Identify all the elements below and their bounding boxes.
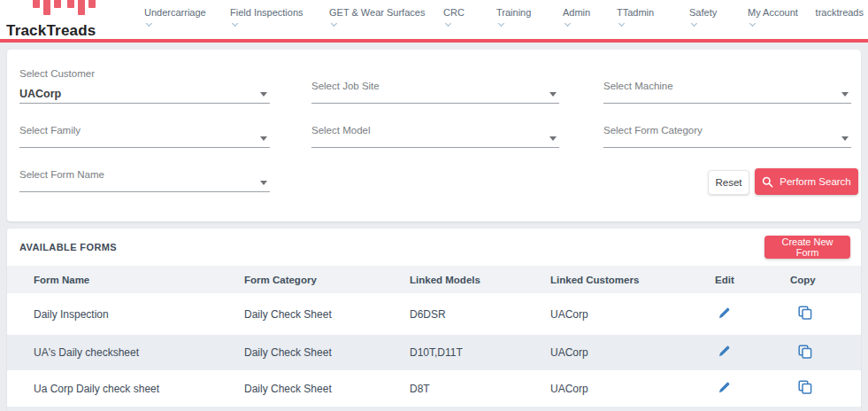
pencil-icon [718, 381, 731, 394]
dropdown-arrow-icon [841, 136, 849, 141]
copy-icon [798, 345, 812, 359]
perform-search-button[interactable]: Perform Search [755, 168, 858, 195]
select-customer-dropdown[interactable]: Select Customer UACorp [19, 69, 270, 104]
available-forms-card: AVAILABLE FORMS Create New Form Form Nam… [7, 229, 861, 411]
edit-button[interactable] [718, 306, 731, 320]
chevron-down-icon [232, 20, 238, 27]
nav-item-get-wear-surfaces[interactable]: GET & Wear Surfaces [329, 7, 425, 26]
field-value: UACorp [19, 88, 61, 100]
nav-item-ttadmin[interactable]: TTadmin [617, 7, 654, 26]
nav-item-crc[interactable]: CRC [443, 7, 465, 26]
column-header-linked-customers: Linked Customers [550, 275, 715, 285]
edit-button[interactable] [718, 345, 731, 358]
cell-linked-models: D10T,D11T [410, 346, 550, 359]
table-row-partial [7, 407, 861, 411]
cell-linked-models: D8T [410, 383, 550, 395]
chevron-down-icon [498, 20, 504, 27]
chevron-down-icon [331, 20, 337, 27]
cell-form-category: Daily Check Sheet [244, 346, 410, 359]
select-machine-dropdown[interactable]: Select Machine [603, 69, 851, 104]
cell-linked-customers: UACorp [550, 383, 715, 395]
column-header-linked-models: Linked Models [410, 275, 550, 285]
cell-form-name: Ua Corp Daily check sheet [34, 383, 244, 395]
copy-button[interactable] [798, 345, 812, 359]
chevron-down-icon [565, 20, 571, 27]
select-form-name-dropdown[interactable]: Select Form Name [19, 158, 270, 192]
field-underline [19, 147, 270, 148]
column-header-copy: Copy [790, 275, 861, 285]
select-job-site-dropdown[interactable]: Select Job Site [311, 69, 559, 104]
cell-form-category: Daily Check Sheet [244, 308, 410, 321]
nav-item-training[interactable]: Training [496, 7, 531, 26]
select-form-category-dropdown[interactable]: Select Form Category [603, 113, 851, 148]
edit-button[interactable] [718, 381, 731, 394]
cell-linked-models: D6DSR [410, 308, 550, 321]
chevron-down-icon [691, 20, 697, 27]
field-label: Select Form Category [603, 125, 703, 136]
pencil-icon [718, 345, 731, 358]
dropdown-arrow-icon [260, 181, 267, 185]
forms-section-header: AVAILABLE FORMS Create New Form [7, 229, 861, 266]
copy-icon [798, 306, 812, 320]
select-model-dropdown[interactable]: Select Model [311, 113, 559, 148]
chevron-down-icon [146, 20, 152, 27]
column-header-form-name: Form Name [34, 275, 244, 285]
reset-button[interactable]: Reset [708, 170, 749, 195]
field-label: Select Customer [19, 68, 95, 79]
nav-item-undercarriage[interactable]: Undercarriage [144, 7, 206, 26]
column-header-edit: Edit [715, 275, 790, 285]
column-header-form-category: Form Category [244, 275, 410, 285]
nav-item-field-inspections[interactable]: Field Inspections [230, 7, 303, 26]
field-underline [311, 147, 559, 148]
table-header-row: Form Name Form Category Linked Models Li… [7, 266, 861, 293]
chevron-down-icon [749, 20, 756, 27]
dropdown-arrow-icon [260, 92, 267, 97]
nav-item-safety[interactable]: Safety [689, 7, 717, 26]
search-icon [762, 176, 773, 188]
dropdown-arrow-icon [841, 92, 849, 97]
perform-search-label: Perform Search [780, 176, 851, 187]
header-accent-divider [0, 39, 868, 43]
search-filter-card: Select Customer UACorp Select Job Site S… [7, 50, 861, 221]
brand-logo[interactable]: TrackTreads [6, 0, 121, 39]
copy-icon [798, 380, 812, 394]
field-label: Select Model [311, 125, 370, 136]
field-label: Select Machine [603, 81, 673, 91]
dropdown-arrow-icon [549, 136, 557, 141]
field-underline [603, 147, 851, 148]
field-label: Select Form Name [19, 169, 104, 180]
pencil-icon [718, 306, 731, 320]
dropdown-arrow-icon [260, 136, 267, 141]
cell-linked-customers: UACorp [550, 308, 715, 321]
chevron-down-icon [618, 20, 625, 27]
brand-name: TrackTreads [6, 22, 96, 40]
copy-button[interactable] [798, 306, 812, 320]
nav-item-my-account[interactable]: My Account [748, 7, 798, 26]
section-title: AVAILABLE FORMS [19, 242, 117, 252]
field-underline [603, 103, 851, 104]
field-label: Select Family [19, 125, 81, 136]
field-label: Select Job Site [311, 81, 380, 91]
copy-button[interactable] [798, 380, 812, 394]
field-underline [19, 103, 270, 104]
table-row: Ua Corp Daily check sheet Daily Check Sh… [7, 370, 861, 407]
field-underline [311, 103, 559, 104]
dropdown-arrow-icon [549, 92, 557, 97]
field-underline [19, 191, 270, 192]
cell-form-category: Daily Check Sheet [244, 383, 410, 395]
cell-linked-customers: UACorp [550, 346, 715, 359]
nav-item-admin[interactable]: Admin [563, 7, 590, 26]
cell-form-name: Daily Inspection [34, 308, 244, 321]
nav-item-username[interactable]: tracktreads [816, 7, 864, 18]
table-row: Daily Inspection Daily Check Sheet D6DSR… [7, 293, 861, 335]
create-new-form-button[interactable]: Create New Form [764, 236, 850, 259]
chevron-down-icon [445, 20, 451, 27]
top-navigation-bar: TrackTreads Undercarriage Field Inspecti… [0, 0, 868, 39]
select-family-dropdown[interactable]: Select Family [19, 113, 270, 148]
cell-form-name: UA's Daily checksheet [34, 346, 244, 359]
table-row: UA's Daily checksheet Daily Check Sheet … [7, 335, 861, 370]
track-bars-icon [33, 0, 99, 15]
